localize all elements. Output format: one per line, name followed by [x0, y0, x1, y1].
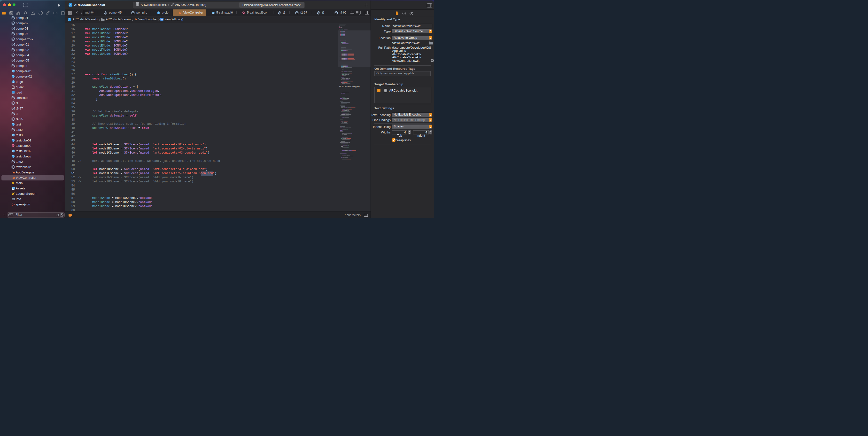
svg-text:ARSCNViewDelegate: ARSCNViewDelegate	[339, 85, 360, 88]
